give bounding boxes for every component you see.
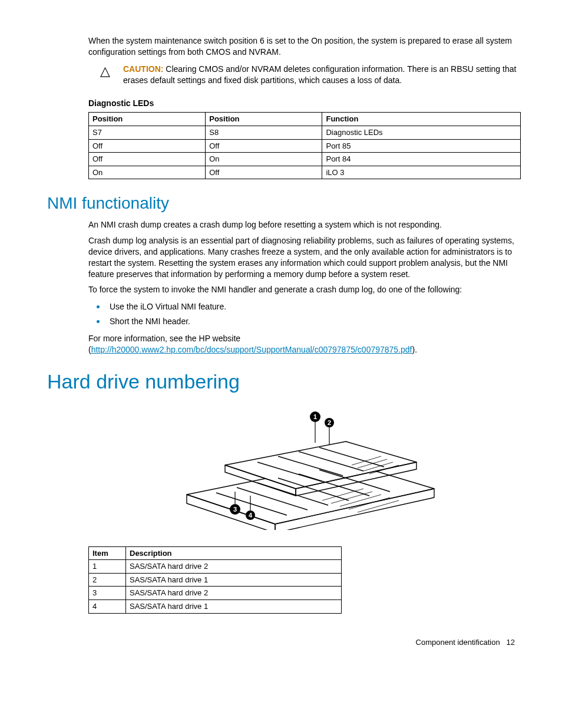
table-cell: On: [206, 153, 322, 166]
table-header: Item: [89, 546, 126, 560]
table-row: On Off iLO 3: [89, 166, 521, 179]
caution-icon: △: [100, 65, 110, 78]
table-cell: 4: [89, 599, 126, 613]
table-header: Function: [322, 113, 521, 126]
caution-block: △ CAUTION: Clearing CMOS and/or NVRAM de…: [100, 64, 521, 86]
nmi-paragraph: An NMI crash dump creates a crash dump l…: [88, 219, 521, 230]
nmi-bullet-list: Use the iLO Virtual NMI feature. Short t…: [88, 300, 521, 327]
list-item: Use the iLO Virtual NMI feature.: [106, 300, 521, 312]
table-row: 2 SAS/SATA hard drive 1: [89, 573, 342, 587]
table-cell: 2: [89, 573, 126, 587]
table-row: Off Off Port 85: [89, 139, 521, 153]
caution-label: CAUTION:: [123, 64, 163, 74]
table-cell: SAS/SATA hard drive 1: [126, 573, 342, 587]
hdd-heading: Hard drive numbering: [47, 368, 521, 396]
nmi-paragraph: To force the system to invoke the NMI ha…: [88, 284, 521, 295]
table-cell: SAS/SATA hard drive 1: [126, 599, 342, 613]
table-cell: On: [89, 166, 206, 179]
table-cell: 3: [89, 587, 126, 600]
caution-body: Clearing CMOS and/or NVRAM deletes confi…: [123, 64, 516, 85]
table-cell: S7: [89, 126, 206, 140]
svg-text:1: 1: [313, 413, 317, 420]
table-cell: Port 85: [322, 139, 521, 153]
svg-text:2: 2: [328, 419, 331, 426]
table-row: 4 SAS/SATA hard drive 1: [89, 599, 342, 613]
nmi-heading: NMI functionality: [47, 192, 521, 215]
more-info-post: ).: [412, 345, 418, 354]
table-cell: Port 84: [322, 153, 521, 166]
table-cell: Diagnostic LEDs: [322, 126, 521, 140]
table-cell: S8: [206, 126, 322, 140]
table-header: Position: [206, 113, 322, 126]
table-cell: Off: [206, 166, 322, 179]
table-header: Description: [126, 546, 342, 560]
table-row: Off On Port 84: [89, 153, 521, 166]
footer-page: 12: [507, 638, 515, 647]
nmi-more-info: For more information, see the HP website…: [88, 333, 521, 355]
table-cell: iLO 3: [322, 166, 521, 179]
diagnostic-leds-table: Position Position Function S7 S8 Diagnos…: [88, 112, 521, 179]
svg-text:3: 3: [233, 506, 237, 513]
intro-paragraph: When the system maintenance switch posit…: [88, 35, 521, 58]
nmi-paragraph: Crash dump log analysis is an essential …: [88, 235, 521, 280]
table-header: Position: [89, 113, 206, 126]
table-row: 1 SAS/SATA hard drive 2: [89, 560, 342, 574]
table-cell: SAS/SATA hard drive 2: [126, 560, 342, 574]
svg-text:4: 4: [249, 512, 253, 519]
list-item: Short the NMI header.: [106, 315, 521, 327]
footer-section: Component identification: [416, 638, 500, 647]
table-row: 3 SAS/SATA hard drive 2: [89, 587, 342, 600]
table-cell: Off: [206, 139, 322, 153]
page-footer: Component identification 12: [47, 637, 521, 648]
caution-text: CAUTION: Clearing CMOS and/or NVRAM dele…: [123, 64, 521, 86]
diagnostic-leds-heading: Diagnostic LEDs: [88, 98, 521, 109]
hp-support-link[interactable]: http://h20000.www2.hp.com/bc/docs/suppor…: [91, 345, 412, 354]
hard-drive-diagram: 1 2 3 4: [88, 406, 521, 530]
table-cell: SAS/SATA hard drive 2: [126, 587, 342, 600]
table-cell: 1: [89, 560, 126, 574]
hard-drive-table: Item Description 1 SAS/SATA hard drive 2…: [88, 546, 342, 614]
table-cell: Off: [89, 139, 206, 153]
table-row: S7 S8 Diagnostic LEDs: [89, 126, 521, 140]
table-cell: Off: [89, 153, 206, 166]
